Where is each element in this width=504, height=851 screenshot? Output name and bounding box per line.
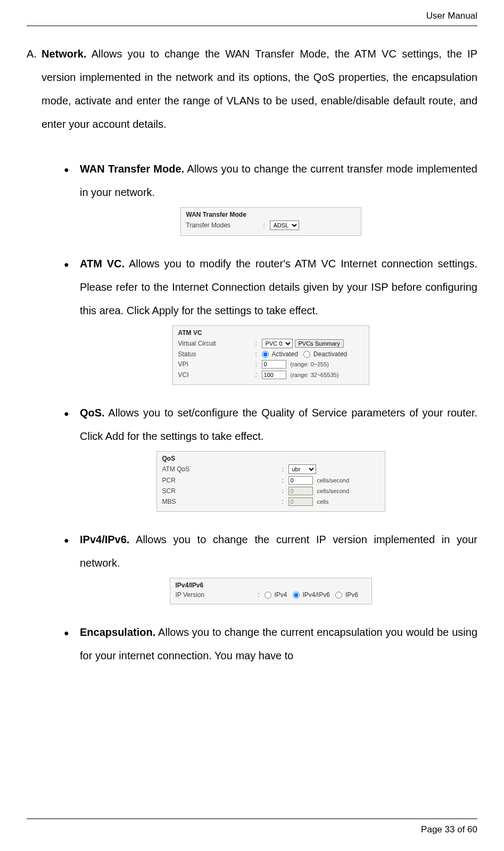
vci-label: VCI xyxy=(178,371,255,379)
section-a-marker: A. xyxy=(27,42,42,136)
status-deactivated-radio[interactable] xyxy=(303,351,310,358)
status-activated-label: Activated xyxy=(272,350,298,358)
bullet-atm-text: Allows you to modify the router's ATM VC… xyxy=(80,258,477,316)
wan-transfer-ui: WAN Transfer Mode Transfer Modes : ADSL xyxy=(180,207,361,236)
ipv4ipv6-label: IPv4/IPv6 xyxy=(303,591,330,599)
bullet-encap-text-container: Encapsulation. Allows you to change the … xyxy=(80,620,477,667)
section-a: A. Network. Allows you to change the WAN… xyxy=(27,42,477,136)
scr-label: SCR xyxy=(162,487,282,495)
vpi-label: VPI xyxy=(178,361,255,368)
bullet-qos-text-container: QoS. Allows you to set/configure the Qua… xyxy=(80,401,477,448)
status-activated-radio[interactable] xyxy=(262,351,269,358)
page-number-current: Page 33 xyxy=(421,824,455,834)
atmqos-select[interactable]: ubr xyxy=(288,464,316,474)
bullet-icon: ● xyxy=(64,528,80,575)
vc-label: Virtual Circuit xyxy=(178,340,255,347)
bullet-wan: ● WAN Transfer Mode. Allows you to chang… xyxy=(64,157,477,236)
bullet-wan-text-container: WAN Transfer Mode. Allows you to change … xyxy=(80,157,477,204)
page-footer: Page 33 of 60 xyxy=(27,819,477,835)
bullet-ipv-text-container: IPv4/IPv6. Allows you to change the curr… xyxy=(80,528,477,575)
bullet-atm-label: ATM VC. xyxy=(80,258,125,269)
transfer-mode-select[interactable]: ADSL xyxy=(270,220,299,230)
page-number-total: of 60 xyxy=(455,824,477,834)
ipv-ui-title: IPv4/IPv6 xyxy=(176,582,366,589)
vci-hint: (range: 32~65535) xyxy=(291,372,339,378)
page-header: User Manual xyxy=(27,11,477,26)
vpi-hint: (range: 0~255) xyxy=(291,361,329,367)
atmqos-label: ATM QoS xyxy=(162,465,282,473)
ipv6-label: IPv6 xyxy=(345,591,358,599)
pcr-input[interactable] xyxy=(288,476,313,485)
mbs-input[interactable] xyxy=(288,497,313,506)
status-label: Status xyxy=(178,350,255,358)
scr-input[interactable] xyxy=(288,487,313,495)
bullet-icon: ● xyxy=(64,157,80,204)
bullet-icon: ● xyxy=(64,620,80,667)
wan-row-label: Transfer Modes xyxy=(186,222,263,229)
atm-ui-title: ATM VC xyxy=(178,329,363,337)
ipv4ipv6-radio[interactable] xyxy=(293,592,300,599)
page: User Manual A. Network. Allows you to ch… xyxy=(0,0,504,851)
status-deactivated-label: Deactivated xyxy=(313,350,347,358)
section-a-body: Network. Allows you to change the WAN Tr… xyxy=(42,42,477,136)
bullet-atm-text-container: ATM VC. Allows you to modify the router'… xyxy=(80,252,477,322)
ipv6-radio[interactable] xyxy=(335,592,342,599)
bullet-atm: ● ATM VC. Allows you to modify the route… xyxy=(64,252,477,385)
bullet-encap: ● Encapsulation. Allows you to change th… xyxy=(64,620,477,667)
qos-ui: QoS ATM QoS : ubr PCR : cells/second xyxy=(156,451,385,512)
wan-ui-title: WAN Transfer Mode xyxy=(186,211,356,218)
bullet-qos: ● QoS. Allows you to set/configure the Q… xyxy=(64,401,477,512)
bullet-ipv: ● IPv4/IPv6. Allows you to change the cu… xyxy=(64,528,477,604)
bullet-ipv-label: IPv4/IPv6. xyxy=(80,534,129,545)
vpi-input[interactable] xyxy=(262,360,286,369)
mbs-unit: cells xyxy=(317,498,329,505)
content: A. Network. Allows you to change the WAN… xyxy=(27,42,477,819)
pvc-select[interactable]: PVC 0 xyxy=(262,339,293,348)
atm-vc-ui: ATM VC Virtual Circuit : PVC 0 PVCs Summ… xyxy=(172,325,369,385)
bullet-wan-label: WAN Transfer Mode. xyxy=(80,163,184,175)
ipv4-label: IPv4 xyxy=(275,591,287,599)
vci-input[interactable] xyxy=(262,371,286,379)
header-title: User Manual xyxy=(426,11,477,21)
pvcs-summary-button[interactable]: PVCs Summary xyxy=(295,339,344,348)
bullet-encap-label: Encapsulation. xyxy=(80,626,155,638)
qos-ui-title: QoS xyxy=(162,455,379,462)
bullet-icon: ● xyxy=(64,252,80,322)
section-a-text: Allows you to change the WAN Transfer Mo… xyxy=(42,48,477,130)
mbs-label: MBS xyxy=(162,498,282,505)
pcr-label: PCR xyxy=(162,477,282,484)
section-a-label: Network. xyxy=(42,48,86,60)
ipversion-label: IP Version xyxy=(176,591,258,599)
scr-unit: cells/second xyxy=(317,488,350,494)
ipv4-radio[interactable] xyxy=(265,592,271,599)
bullet-icon: ● xyxy=(64,401,80,448)
wan-row: Transfer Modes : ADSL xyxy=(186,219,356,231)
bullet-qos-text: Allows you to set/configure the Quality … xyxy=(80,407,477,442)
pcr-unit: cells/second xyxy=(317,477,350,484)
ipv-ui: IPv4/IPv6 IP Version : IPv4 IPv4/IPv6 IP… xyxy=(170,578,372,604)
bullet-ipv-text: Allows you to change the current IP vers… xyxy=(80,534,477,569)
bullet-qos-label: QoS. xyxy=(80,407,105,419)
